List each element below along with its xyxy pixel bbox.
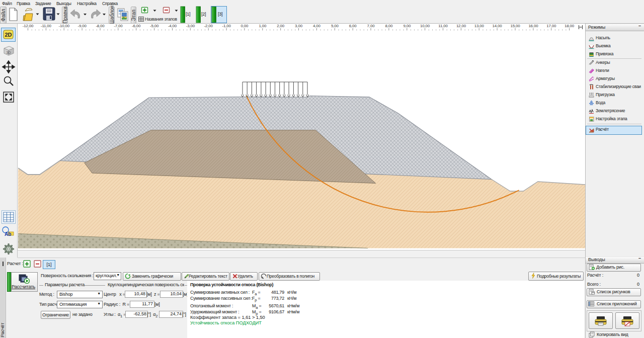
svg-text:-6,00: -6,00 [132, 24, 141, 28]
svg-text:4,00: 4,00 [313, 24, 321, 28]
svg-text:6,00: 6,00 [349, 24, 357, 28]
svg-text:-5,00: -5,00 [150, 24, 159, 28]
svg-text:-1,00: -1,00 [222, 24, 231, 28]
svg-text:1,00: 1,00 [259, 24, 267, 28]
svg-text:-8,00: -8,00 [96, 24, 105, 28]
svg-text:2,00: 2,00 [277, 24, 285, 28]
svg-text:-11,00: -11,00 [41, 24, 52, 28]
svg-text:15,00: 15,00 [510, 24, 520, 28]
svg-text:-4,00: -4,00 [168, 24, 177, 28]
svg-text:17,00: 17,00 [546, 24, 556, 28]
svg-text:-9,00: -9,00 [77, 24, 87, 28]
svg-text:7,00: 7,00 [367, 24, 375, 28]
svg-text:8,00: 8,00 [385, 24, 393, 28]
svg-text:13,00: 13,00 [474, 24, 485, 28]
svg-text:5,00: 5,00 [331, 24, 339, 28]
svg-text:-2,00: -2,00 [204, 24, 213, 28]
svg-text:-10,00: -10,00 [58, 24, 69, 28]
svg-text:10,00: 10,00 [420, 24, 430, 28]
svg-text:-7,00: -7,00 [114, 24, 123, 28]
svg-text:Ab: Ab [5, 231, 11, 237]
svg-text:0,00: 0,00 [241, 24, 249, 28]
svg-text:2D: 2D [5, 32, 12, 38]
svg-text:3,00: 3,00 [295, 24, 303, 28]
svg-text:12,00: 12,00 [456, 24, 466, 28]
svg-text:9,00: 9,00 [403, 24, 411, 28]
svg-text:-12,00: -12,00 [23, 24, 34, 28]
svg-text:-3,00: -3,00 [186, 24, 195, 28]
svg-text:11,00: 11,00 [438, 24, 448, 28]
svg-text:18,00: 18,00 [565, 24, 575, 28]
svg-text:14,00: 14,00 [493, 24, 503, 28]
svg-text:16,00: 16,00 [528, 24, 538, 28]
svg-text:3D: 3D [7, 51, 11, 54]
